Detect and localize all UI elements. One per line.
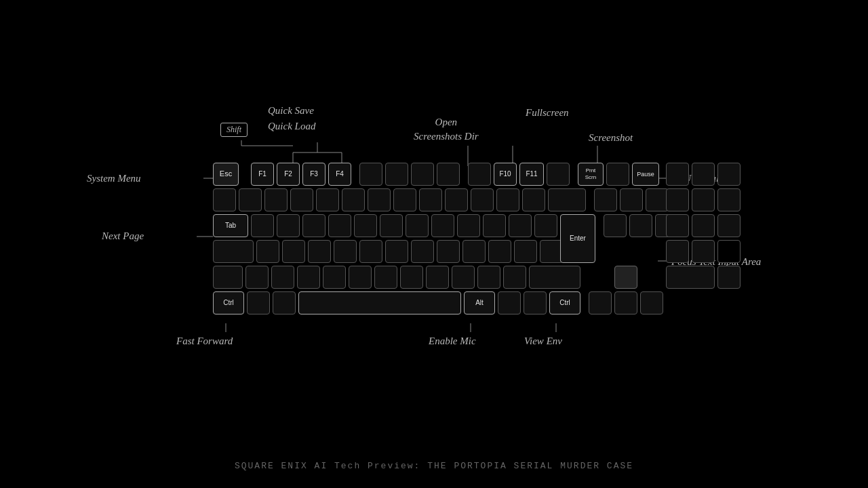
arrow-down-key xyxy=(614,291,637,314)
f9-key xyxy=(468,163,491,186)
enable-mic-label: Enable Mic xyxy=(429,336,476,347)
lshift-key xyxy=(213,266,243,289)
enter-key: Enter xyxy=(560,214,595,263)
8-key xyxy=(419,188,442,211)
n-key xyxy=(400,266,423,289)
o-key xyxy=(457,214,480,237)
menu-key xyxy=(524,291,547,314)
q-key xyxy=(251,214,274,237)
h-key xyxy=(385,240,408,263)
caps-row xyxy=(213,240,686,263)
a-key xyxy=(256,240,279,263)
b-key xyxy=(374,266,397,289)
bottom-row: Ctrl Alt Ctrl xyxy=(213,291,686,314)
function-key-row: Esc F1 F2 F3 F4 F10 F11 PrntScrn Pause xyxy=(213,163,686,186)
f7-key xyxy=(411,163,434,186)
rbracket-key xyxy=(534,214,557,237)
x-key xyxy=(297,266,320,289)
numpad-0-key xyxy=(666,266,715,289)
numpad-slash-key xyxy=(692,163,715,186)
numpad-8-key xyxy=(692,188,715,211)
open-screenshots-dir-label: OpenScreenshots Dir xyxy=(414,115,479,144)
numpad-9-key xyxy=(717,188,741,211)
fast-forward-label: Fast Forward xyxy=(176,336,233,347)
backtick-key xyxy=(213,188,236,211)
7-key xyxy=(393,188,416,211)
f4-key: F4 xyxy=(328,163,351,186)
home-key xyxy=(620,188,643,211)
numpad-6-key xyxy=(717,214,741,237)
e-key xyxy=(302,214,326,237)
s-key xyxy=(282,240,305,263)
p-key xyxy=(483,214,506,237)
numpad-dot-key xyxy=(717,266,741,289)
numpad-5-key xyxy=(692,214,715,237)
win-key xyxy=(247,291,270,314)
lctrl-key: Ctrl xyxy=(213,291,244,314)
i-key xyxy=(431,214,454,237)
y-key xyxy=(380,214,403,237)
t-key xyxy=(354,214,377,237)
period-key xyxy=(477,266,500,289)
numpad-1-key xyxy=(666,240,689,263)
esc-key: Esc xyxy=(213,163,239,186)
g-key xyxy=(359,240,382,263)
prt-scr-key: PrntScrn xyxy=(578,163,604,186)
f5-key xyxy=(359,163,382,186)
screenshot-label: Screenshot xyxy=(589,132,633,144)
c-key xyxy=(323,266,346,289)
arrow-right-key xyxy=(640,291,663,314)
f-key xyxy=(334,240,357,263)
backslash-key xyxy=(245,266,269,289)
3-key xyxy=(290,188,313,211)
pause-key: Pause xyxy=(632,163,659,186)
fullscreen-label: Fullscreen xyxy=(526,107,569,119)
hash-key xyxy=(540,240,563,263)
m-key xyxy=(426,266,449,289)
numpad-area xyxy=(666,163,741,291)
f6-key xyxy=(385,163,408,186)
rctrl-key: Ctrl xyxy=(549,291,580,314)
view-env-label: View Env xyxy=(524,336,562,347)
footer-text: SQUARE ENIX AI Tech Preview: THE PORTOPI… xyxy=(235,461,633,471)
f12-key xyxy=(547,163,570,186)
semicolon-key xyxy=(488,240,511,263)
numpad-7-key xyxy=(666,188,689,211)
6-key xyxy=(368,188,391,211)
pgup-key xyxy=(646,188,669,211)
num-lock-key xyxy=(666,163,689,186)
caps-key xyxy=(213,240,254,263)
9-key xyxy=(445,188,468,211)
scr-lk-key xyxy=(606,163,629,186)
alt-key: Alt xyxy=(464,291,495,314)
numpad-star-key xyxy=(717,163,741,186)
lbracket-key xyxy=(509,214,532,237)
r-key xyxy=(328,214,351,237)
u-key xyxy=(406,214,429,237)
w-key xyxy=(277,214,300,237)
1-key xyxy=(239,188,262,211)
j-key xyxy=(411,240,434,263)
d-key xyxy=(308,240,331,263)
z-key xyxy=(271,266,294,289)
shift-box: Shift xyxy=(220,123,248,137)
number-row xyxy=(213,188,686,211)
shift-row xyxy=(213,266,686,289)
del-key xyxy=(604,214,627,237)
rshift-key xyxy=(529,266,580,289)
end-key xyxy=(629,214,652,237)
arrow-left-key xyxy=(589,291,612,314)
minus-key xyxy=(496,188,519,211)
f11-key: F11 xyxy=(519,163,544,186)
arrow-up-key xyxy=(614,266,637,289)
f2-key: F2 xyxy=(277,163,300,186)
next-page-label: Next Page xyxy=(102,230,144,242)
equals-key xyxy=(522,188,545,211)
0-key xyxy=(471,188,494,211)
comma-key xyxy=(452,266,475,289)
quick-save-label: Quick Save xyxy=(268,105,314,117)
space-key xyxy=(298,291,461,314)
tab-key: Tab xyxy=(213,214,248,237)
k-key xyxy=(437,240,460,263)
system-menu-label: System Menu xyxy=(87,173,141,184)
